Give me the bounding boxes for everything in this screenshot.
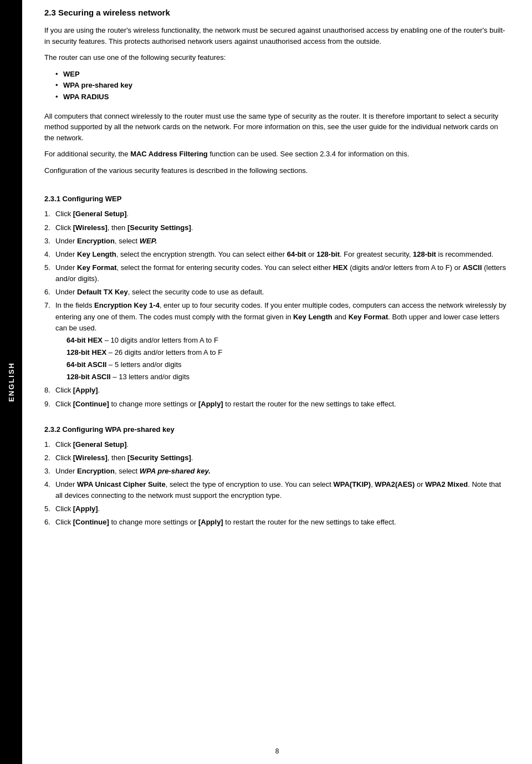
wep-step-7: 7. In the fields Encryption Key 1-4, ent… [44, 300, 510, 383]
security-features-list: WEP WPA pre-shared key WPA RADIUS [55, 69, 510, 103]
wep-step-5: 5. Under Key Format, select the format f… [44, 262, 510, 284]
key-info-64hex: 64-bit HEX – 10 digits and/or letters fr… [66, 335, 510, 346]
key-info-128hex: 128-bit HEX – 26 digits and/or letters f… [66, 347, 510, 358]
wep-step-3: 3. Under Encryption, select WEP. [44, 236, 510, 247]
wpa-step-4: 4. Under WPA Unicast Cipher Suite, selec… [44, 479, 510, 501]
section-title: 2.3 Securing a wireless network [44, 8, 510, 17]
wpa-step-3: 3. Under Encryption, select WPA pre-shar… [44, 466, 510, 477]
page-number: 8 [22, 747, 532, 755]
wep-steps-list: 1. Click [General Setup]. 2. Click [Wire… [44, 208, 510, 409]
page-container: ENGLISH 2.3 Securing a wireless network … [0, 0, 532, 764]
sub-section-232-title: 2.3.2 Configuring WPA pre-shared key [44, 425, 510, 434]
intro-paragraph-1: If you are using the router's wireless f… [44, 25, 510, 47]
body-paragraph-3: Configuration of the various security fe… [44, 165, 510, 176]
wep-step-1: 1. Click [General Setup]. [44, 208, 510, 220]
main-content: 2.3 Securing a wireless network If you a… [22, 0, 532, 764]
spacer-2 [44, 412, 510, 422]
body-paragraph-1: All computers that connect wirelessly to… [44, 111, 510, 144]
wep-step-2: 2. Click [Wireless], then [Security Sett… [44, 222, 510, 233]
key-info-64ascii: 64-bit ASCII – 5 letters and/or digits [66, 359, 510, 370]
sub-section-231-title: 2.3.1 Configuring WEP [44, 195, 510, 203]
wep-step-9: 9. Click [Continue] to change more setti… [44, 399, 510, 410]
wep-step-4: 4. Under Key Length, select the encrypti… [44, 249, 510, 260]
wpa-psk-steps-list: 1. Click [General Setup]. 2. Click [Wire… [44, 439, 510, 528]
sidebar: ENGLISH [0, 0, 22, 764]
wpa-step-1: 1. Click [General Setup]. [44, 439, 510, 450]
wpa-step-5: 5. Click [Apply]. [44, 503, 510, 515]
wpa-step-2: 2. Click [Wireless], then [Security Sett… [44, 452, 510, 464]
wep-step-8: 8. Click [Apply]. [44, 385, 510, 396]
sidebar-language-label: ENGLISH [7, 362, 16, 402]
list-item-wpa-radius: WPA RADIUS [55, 91, 510, 103]
list-item-wpa-psk: WPA pre-shared key [55, 80, 510, 91]
intro-paragraph-2: The router can use one of the following … [44, 52, 510, 63]
list-item-wep: WEP [55, 69, 510, 80]
key-info-128ascii: 128-bit ASCII – 13 letters and/or digits [66, 371, 510, 383]
wpa-step-6: 6. Click [Continue] to change more setti… [44, 517, 510, 528]
body-paragraph-2: For additional security, the MAC Address… [44, 149, 510, 160]
spacer-1 [44, 181, 510, 191]
wep-step-6: 6. Under Default TX Key, select the secu… [44, 287, 510, 298]
